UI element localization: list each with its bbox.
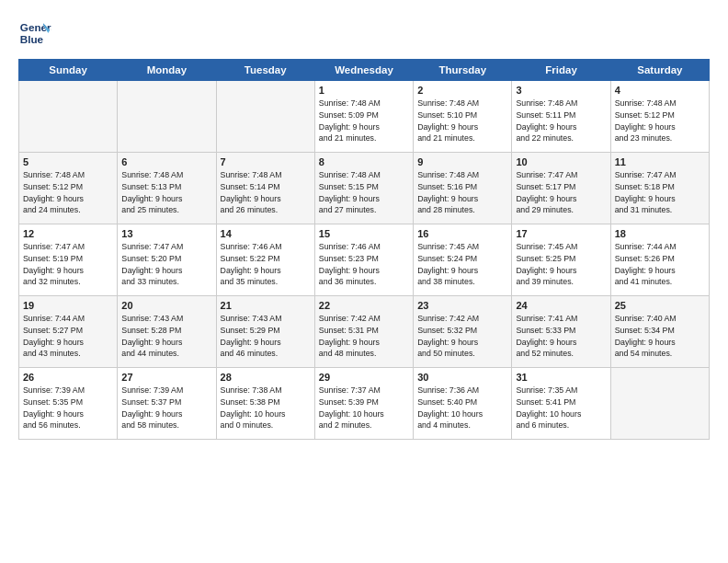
day-number: 29 <box>319 372 409 383</box>
day-number: 4 <box>615 85 705 96</box>
calendar-table: SundayMondayTuesdayWednesdayThursdayFrid… <box>18 59 710 440</box>
day-info: Sunrise: 7:48 AM Sunset: 5:16 PM Dayligh… <box>417 169 507 216</box>
day-number: 20 <box>121 300 211 311</box>
day-info: Sunrise: 7:43 AM Sunset: 5:28 PM Dayligh… <box>121 313 211 360</box>
day-number: 27 <box>121 372 211 383</box>
day-number: 12 <box>23 228 113 239</box>
day-number: 17 <box>516 228 606 239</box>
day-info: Sunrise: 7:43 AM Sunset: 5:29 PM Dayligh… <box>221 313 311 360</box>
day-number: 18 <box>615 228 705 239</box>
calendar-week-row: 1Sunrise: 7:48 AM Sunset: 5:09 PM Daylig… <box>19 81 710 153</box>
calendar-cell: 25Sunrise: 7:40 AM Sunset: 5:34 PM Dayli… <box>610 296 709 368</box>
calendar-cell: 26Sunrise: 7:39 AM Sunset: 5:35 PM Dayli… <box>19 368 118 440</box>
calendar-cell: 5Sunrise: 7:48 AM Sunset: 5:12 PM Daylig… <box>19 153 118 224</box>
day-info: Sunrise: 7:35 AM Sunset: 5:41 PM Dayligh… <box>516 385 606 431</box>
calendar-cell: 28Sunrise: 7:38 AM Sunset: 5:38 PM Dayli… <box>216 368 314 440</box>
day-info: Sunrise: 7:48 AM Sunset: 5:15 PM Dayligh… <box>319 169 409 216</box>
day-number: 3 <box>516 85 606 96</box>
day-number: 10 <box>516 156 606 167</box>
calendar-header-row: SundayMondayTuesdayWednesdayThursdayFrid… <box>19 60 710 81</box>
calendar-cell <box>19 81 118 153</box>
day-number: 14 <box>221 228 311 239</box>
day-number: 26 <box>23 372 113 383</box>
calendar-cell: 12Sunrise: 7:47 AM Sunset: 5:19 PM Dayli… <box>19 224 118 296</box>
calendar-day-header: Thursday <box>414 60 512 81</box>
calendar-cell: 11Sunrise: 7:47 AM Sunset: 5:18 PM Dayli… <box>610 153 709 224</box>
day-info: Sunrise: 7:38 AM Sunset: 5:38 PM Dayligh… <box>221 385 311 431</box>
day-info: Sunrise: 7:37 AM Sunset: 5:39 PM Dayligh… <box>319 385 409 431</box>
day-info: Sunrise: 7:46 AM Sunset: 5:22 PM Dayligh… <box>221 241 311 288</box>
day-info: Sunrise: 7:48 AM Sunset: 5:12 PM Dayligh… <box>615 98 705 144</box>
calendar-cell: 6Sunrise: 7:48 AM Sunset: 5:13 PM Daylig… <box>118 153 216 224</box>
calendar-week-row: 26Sunrise: 7:39 AM Sunset: 5:35 PM Dayli… <box>19 368 710 440</box>
calendar-cell: 10Sunrise: 7:47 AM Sunset: 5:17 PM Dayli… <box>512 153 610 224</box>
calendar-day-header: Wednesday <box>314 60 413 81</box>
calendar-day-header: Friday <box>512 60 610 81</box>
day-info: Sunrise: 7:45 AM Sunset: 5:24 PM Dayligh… <box>417 241 507 288</box>
calendar-cell: 13Sunrise: 7:47 AM Sunset: 5:20 PM Dayli… <box>118 224 216 296</box>
day-info: Sunrise: 7:48 AM Sunset: 5:09 PM Dayligh… <box>319 98 409 144</box>
day-number: 2 <box>417 85 507 96</box>
day-info: Sunrise: 7:48 AM Sunset: 5:10 PM Dayligh… <box>417 98 507 144</box>
day-number: 19 <box>23 300 113 311</box>
logo-icon: General Blue <box>18 17 51 50</box>
day-info: Sunrise: 7:45 AM Sunset: 5:25 PM Dayligh… <box>516 241 606 288</box>
calendar-cell: 20Sunrise: 7:43 AM Sunset: 5:28 PM Dayli… <box>118 296 216 368</box>
day-number: 5 <box>23 156 113 167</box>
calendar-week-row: 19Sunrise: 7:44 AM Sunset: 5:27 PM Dayli… <box>19 296 710 368</box>
day-number: 21 <box>221 300 311 311</box>
calendar-cell: 1Sunrise: 7:48 AM Sunset: 5:09 PM Daylig… <box>314 81 413 153</box>
day-info: Sunrise: 7:36 AM Sunset: 5:40 PM Dayligh… <box>417 385 507 431</box>
day-number: 11 <box>615 156 705 167</box>
calendar-cell: 29Sunrise: 7:37 AM Sunset: 5:39 PM Dayli… <box>314 368 413 440</box>
calendar-cell <box>610 368 709 440</box>
calendar-cell: 30Sunrise: 7:36 AM Sunset: 5:40 PM Dayli… <box>414 368 512 440</box>
calendar-cell: 17Sunrise: 7:45 AM Sunset: 5:25 PM Dayli… <box>512 224 610 296</box>
calendar-cell: 21Sunrise: 7:43 AM Sunset: 5:29 PM Dayli… <box>216 296 314 368</box>
day-number: 7 <box>221 156 311 167</box>
calendar-cell: 9Sunrise: 7:48 AM Sunset: 5:16 PM Daylig… <box>414 153 512 224</box>
day-number: 15 <box>319 228 409 239</box>
day-info: Sunrise: 7:44 AM Sunset: 5:26 PM Dayligh… <box>615 241 705 288</box>
page-header: General Blue <box>18 17 710 50</box>
day-info: Sunrise: 7:48 AM Sunset: 5:12 PM Dayligh… <box>23 169 113 216</box>
day-info: Sunrise: 7:48 AM Sunset: 5:13 PM Dayligh… <box>121 169 211 216</box>
calendar-cell: 3Sunrise: 7:48 AM Sunset: 5:11 PM Daylig… <box>512 81 610 153</box>
day-info: Sunrise: 7:46 AM Sunset: 5:23 PM Dayligh… <box>319 241 409 288</box>
day-info: Sunrise: 7:42 AM Sunset: 5:32 PM Dayligh… <box>417 313 507 360</box>
day-info: Sunrise: 7:39 AM Sunset: 5:35 PM Dayligh… <box>23 385 113 431</box>
calendar-day-header: Sunday <box>19 60 118 81</box>
calendar-cell: 27Sunrise: 7:39 AM Sunset: 5:37 PM Dayli… <box>118 368 216 440</box>
calendar-cell <box>118 81 216 153</box>
calendar-cell: 24Sunrise: 7:41 AM Sunset: 5:33 PM Dayli… <box>512 296 610 368</box>
day-info: Sunrise: 7:40 AM Sunset: 5:34 PM Dayligh… <box>615 313 705 360</box>
day-number: 22 <box>319 300 409 311</box>
calendar-cell: 19Sunrise: 7:44 AM Sunset: 5:27 PM Dayli… <box>19 296 118 368</box>
day-info: Sunrise: 7:42 AM Sunset: 5:31 PM Dayligh… <box>319 313 409 360</box>
day-info: Sunrise: 7:41 AM Sunset: 5:33 PM Dayligh… <box>516 313 606 360</box>
calendar-day-header: Monday <box>118 60 216 81</box>
day-number: 28 <box>221 372 311 383</box>
calendar-cell: 22Sunrise: 7:42 AM Sunset: 5:31 PM Dayli… <box>314 296 413 368</box>
calendar-day-header: Saturday <box>610 60 709 81</box>
logo: General Blue <box>18 17 51 50</box>
day-number: 23 <box>417 300 507 311</box>
day-number: 24 <box>516 300 606 311</box>
day-info: Sunrise: 7:47 AM Sunset: 5:19 PM Dayligh… <box>23 241 113 288</box>
day-number: 1 <box>319 85 409 96</box>
calendar-week-row: 12Sunrise: 7:47 AM Sunset: 5:19 PM Dayli… <box>19 224 710 296</box>
calendar-cell: 14Sunrise: 7:46 AM Sunset: 5:22 PM Dayli… <box>216 224 314 296</box>
calendar-cell: 8Sunrise: 7:48 AM Sunset: 5:15 PM Daylig… <box>314 153 413 224</box>
calendar-cell: 15Sunrise: 7:46 AM Sunset: 5:23 PM Dayli… <box>314 224 413 296</box>
calendar-week-row: 5Sunrise: 7:48 AM Sunset: 5:12 PM Daylig… <box>19 153 710 224</box>
calendar-cell <box>216 81 314 153</box>
day-number: 9 <box>417 156 507 167</box>
day-number: 13 <box>121 228 211 239</box>
day-number: 8 <box>319 156 409 167</box>
calendar-cell: 18Sunrise: 7:44 AM Sunset: 5:26 PM Dayli… <box>610 224 709 296</box>
svg-text:Blue: Blue <box>20 33 44 45</box>
day-info: Sunrise: 7:44 AM Sunset: 5:27 PM Dayligh… <box>23 313 113 360</box>
calendar-cell: 7Sunrise: 7:48 AM Sunset: 5:14 PM Daylig… <box>216 153 314 224</box>
day-number: 6 <box>121 156 211 167</box>
calendar-cell: 16Sunrise: 7:45 AM Sunset: 5:24 PM Dayli… <box>414 224 512 296</box>
